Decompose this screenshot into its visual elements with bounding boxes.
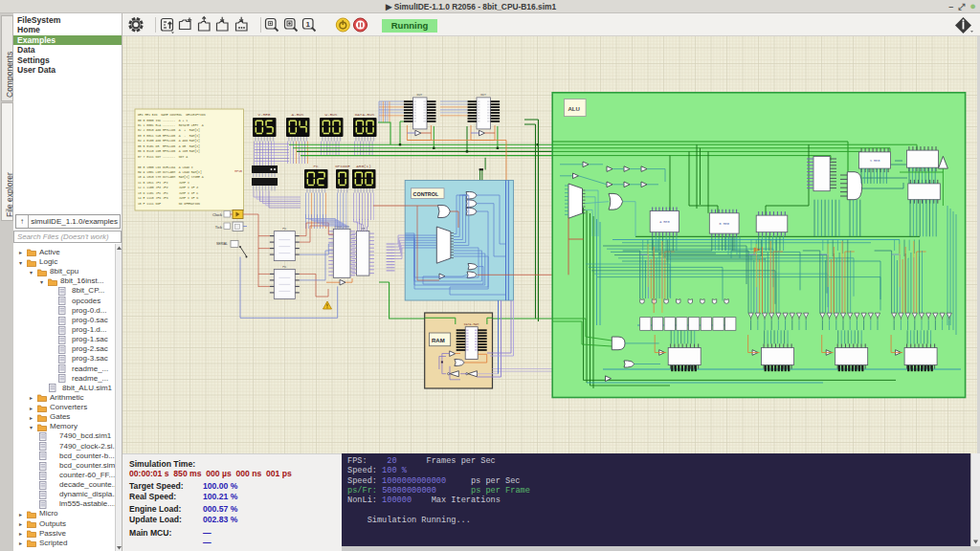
svg-text:05 5 0101 OR RPM+LDB A OR R: 05 5 0101 OR RPM+LDB A OR RAM[I] — [138, 144, 200, 148]
svg-text:Clock: Clock — [212, 212, 222, 217]
svg-text:11 B 1011 JPI JPI JUMP I: 11 B 1011 JPI JPI JUMP I — [138, 181, 189, 185]
svg-text:04 4 0100 AND RPM+LDB A AND R: 04 4 0100 AND RPM+LDB A AND RAM[I] — [138, 139, 200, 143]
svg-text:ALU: ALU — [568, 106, 580, 112]
svg-text:00 0 0000 INC ------- A + 1: 00 0 0000 INC ------- A + 1 — [138, 119, 188, 122]
svg-text:V-REG: V-REG — [258, 112, 271, 117]
svg-text:B REG: B REG — [720, 222, 729, 226]
svg-text:06 6 0110 XOR RPM+LDB A XOR R: 06 6 0110 XOR RPM+LDB A XOR RAM[I] — [138, 149, 200, 153]
svg-text:OUT: OUT — [417, 93, 423, 97]
svg-text:DATA-BUS: DATA-BUS — [355, 112, 375, 117]
svg-text:PC: PC — [282, 227, 286, 231]
svg-text:07 7 0111 NOT ------- NOT A: 07 7 0111 NOT ------- NOT A — [138, 155, 188, 159]
svg-text:15 F 1111 NOP NO OPER: 15 F 1111 NOP NO OPERATION — [138, 202, 200, 206]
svg-text:03 3 0011 SUB RPM+LDB A - R: 03 3 0011 SUB RPM+LDB A - RAM[I] — [138, 134, 200, 138]
svg-text:PC: PC — [282, 265, 286, 269]
svg-text:ARG(1): ARG(1) — [356, 164, 370, 168]
svg-text:RAM: RAM — [432, 338, 445, 343]
svg-text:S REG: S REG — [870, 159, 880, 163]
svg-text:01 1 0001 RLA ------- ROTATE: 01 1 0001 RLA ------- ROTATE LEFT A — [138, 123, 204, 127]
svg-text:1: 1 — [305, 20, 310, 29]
svg-text:A REG: A REG — [659, 220, 669, 224]
svg-text:12 C 1100 JPZ JPZ JUMP I: 12 C 1100 JPZ JPZ JUMP I IF Z — [138, 186, 198, 189]
svg-text:Tick: Tick — [215, 225, 222, 230]
svg-text:MP15: MP15 — [234, 169, 242, 173]
svg-text:OPCODE: OPCODE — [335, 164, 350, 168]
svg-text:13 D 1101 JPC JPC JUMP I: 13 D 1101 JPC JPC JUMP I IF C — [138, 191, 198, 195]
svg-text:OUT: OUT — [480, 93, 486, 97]
svg-text:10 A 1010 STM DVY+ABM RAM[I]: 10 A 1010 STM DVY+ABM RAM[I] STORE A — [138, 175, 204, 179]
svg-text:DATA-RAM: DATA-RAM — [464, 322, 479, 326]
svg-text:SERIAL: SERIAL — [216, 242, 228, 246]
svg-text:W-BUS: W-BUS — [325, 112, 338, 117]
svg-text:08 8 1000 LDI DVE+LDA A LOAD: 08 8 1000 LDI DVE+LDA A LOAD I — [138, 165, 193, 169]
svg-text:14 E 1110 JPN JPN JUMP I: 14 E 1110 JPN JPN JUMP I IF N — [138, 196, 198, 200]
svg-text:PC: PC — [313, 164, 319, 168]
svg-text:A-BUS: A-BUS — [292, 112, 304, 117]
svg-text:CONTROL: CONTROL — [413, 191, 439, 197]
svg-text:02 2 0010 ADD RPM+LDB A + R: 02 2 0010 ADD RPM+LDB A + RAM[I] — [138, 128, 200, 132]
svg-text:09 9 1001 LDM DVY+ABM A LOAD: 09 9 1001 LDM DVY+ABM A LOAD RAM[I] — [138, 170, 202, 174]
svg-text:DEC HEX BIN NAME CONTROL DES: DEC HEX BIN NAME CONTROL DESCRIPTION — [138, 113, 206, 117]
